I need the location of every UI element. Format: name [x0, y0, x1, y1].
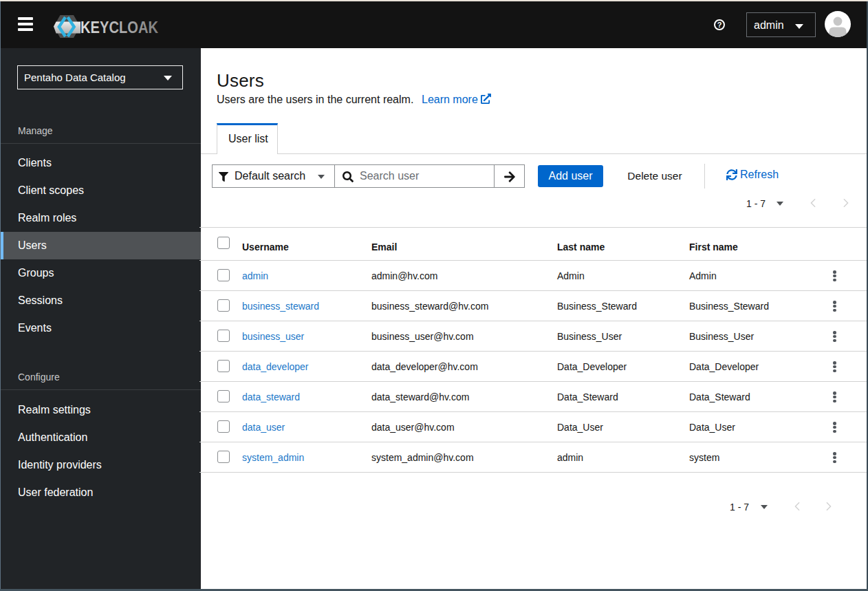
svg-text:KEYCLOAK: KEYCLOAK: [80, 18, 159, 36]
